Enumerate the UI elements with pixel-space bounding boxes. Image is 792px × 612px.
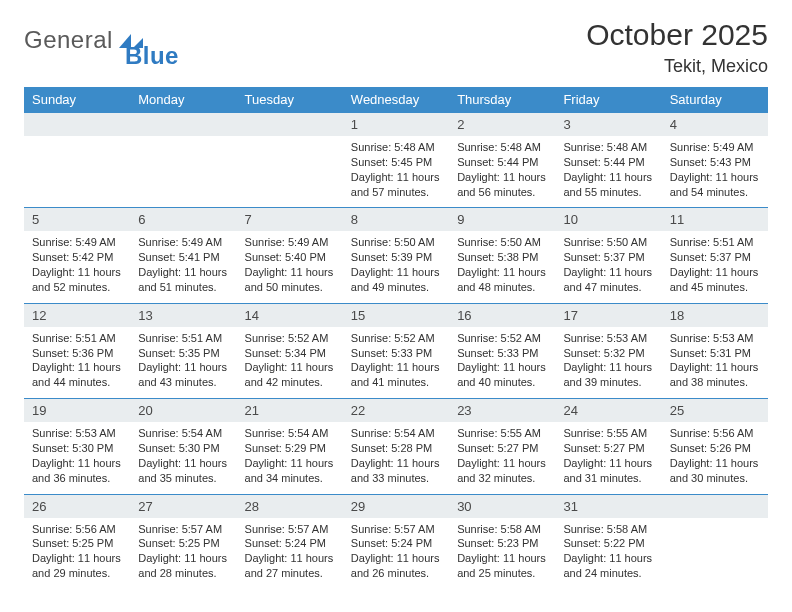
day-number: 21 [237,399,343,422]
location-label: Tekit, Mexico [586,56,768,77]
logo-word-blue: Blue [125,42,179,70]
calendar-empty-cell [662,494,768,589]
calendar-day-cell: 25Sunrise: 5:56 AMSunset: 5:26 PMDayligh… [662,399,768,494]
daylight-line: Daylight: 11 hours and 50 minutes. [245,265,335,295]
calendar-empty-cell [24,113,130,208]
day-details: Sunrise: 5:53 AMSunset: 5:31 PMDaylight:… [662,327,768,392]
dow-header: Sunday [24,87,130,113]
sunrise-line: Sunrise: 5:53 AM [32,426,122,441]
title-block: October 2025 Tekit, Mexico [586,18,768,77]
day-details: Sunrise: 5:48 AMSunset: 5:44 PMDaylight:… [449,136,555,201]
day-of-week-row: SundayMondayTuesdayWednesdayThursdayFrid… [24,87,768,113]
daylight-line: Daylight: 11 hours and 26 minutes. [351,551,441,581]
day-details: Sunrise: 5:51 AMSunset: 5:37 PMDaylight:… [662,231,768,296]
daylight-line: Daylight: 11 hours and 57 minutes. [351,170,441,200]
day-details: Sunrise: 5:52 AMSunset: 5:33 PMDaylight:… [343,327,449,392]
daylight-line: Daylight: 11 hours and 40 minutes. [457,360,547,390]
day-details: Sunrise: 5:57 AMSunset: 5:24 PMDaylight:… [237,518,343,583]
sunset-line: Sunset: 5:25 PM [32,536,122,551]
sunset-line: Sunset: 5:34 PM [245,346,335,361]
daylight-line: Daylight: 11 hours and 27 minutes. [245,551,335,581]
daylight-line: Daylight: 11 hours and 34 minutes. [245,456,335,486]
day-details: Sunrise: 5:55 AMSunset: 5:27 PMDaylight:… [449,422,555,487]
day-number-empty [237,113,343,136]
day-details: Sunrise: 5:49 AMSunset: 5:41 PMDaylight:… [130,231,236,296]
day-details: Sunrise: 5:54 AMSunset: 5:28 PMDaylight:… [343,422,449,487]
day-details: Sunrise: 5:49 AMSunset: 5:40 PMDaylight:… [237,231,343,296]
sunset-line: Sunset: 5:23 PM [457,536,547,551]
calendar-day-cell: 28Sunrise: 5:57 AMSunset: 5:24 PMDayligh… [237,494,343,589]
calendar-day-cell: 5Sunrise: 5:49 AMSunset: 5:42 PMDaylight… [24,208,130,303]
day-details: Sunrise: 5:54 AMSunset: 5:30 PMDaylight:… [130,422,236,487]
sunset-line: Sunset: 5:39 PM [351,250,441,265]
day-number: 5 [24,208,130,231]
day-number: 4 [662,113,768,136]
calendar-day-cell: 30Sunrise: 5:58 AMSunset: 5:23 PMDayligh… [449,494,555,589]
day-details: Sunrise: 5:56 AMSunset: 5:26 PMDaylight:… [662,422,768,487]
daylight-line: Daylight: 11 hours and 48 minutes. [457,265,547,295]
calendar-day-cell: 20Sunrise: 5:54 AMSunset: 5:30 PMDayligh… [130,399,236,494]
calendar-day-cell: 7Sunrise: 5:49 AMSunset: 5:40 PMDaylight… [237,208,343,303]
sunset-line: Sunset: 5:28 PM [351,441,441,456]
sunrise-line: Sunrise: 5:54 AM [245,426,335,441]
calendar-week-row: 5Sunrise: 5:49 AMSunset: 5:42 PMDaylight… [24,208,768,303]
calendar-day-cell: 15Sunrise: 5:52 AMSunset: 5:33 PMDayligh… [343,303,449,398]
day-number: 2 [449,113,555,136]
sunset-line: Sunset: 5:24 PM [351,536,441,551]
day-number: 24 [555,399,661,422]
day-number: 25 [662,399,768,422]
calendar-day-cell: 14Sunrise: 5:52 AMSunset: 5:34 PMDayligh… [237,303,343,398]
calendar-day-cell: 19Sunrise: 5:53 AMSunset: 5:30 PMDayligh… [24,399,130,494]
calendar-day-cell: 12Sunrise: 5:51 AMSunset: 5:36 PMDayligh… [24,303,130,398]
day-number: 19 [24,399,130,422]
sunset-line: Sunset: 5:45 PM [351,155,441,170]
day-number: 14 [237,304,343,327]
calendar-body: 1Sunrise: 5:48 AMSunset: 5:45 PMDaylight… [24,113,768,589]
dow-header: Friday [555,87,661,113]
sunrise-line: Sunrise: 5:57 AM [351,522,441,537]
sunset-line: Sunset: 5:38 PM [457,250,547,265]
daylight-line: Daylight: 11 hours and 41 minutes. [351,360,441,390]
daylight-line: Daylight: 11 hours and 51 minutes. [138,265,228,295]
day-number: 23 [449,399,555,422]
sunrise-line: Sunrise: 5:58 AM [563,522,653,537]
day-details: Sunrise: 5:57 AMSunset: 5:24 PMDaylight:… [343,518,449,583]
calendar-week-row: 26Sunrise: 5:56 AMSunset: 5:25 PMDayligh… [24,494,768,589]
daylight-line: Daylight: 11 hours and 54 minutes. [670,170,760,200]
calendar-day-cell: 23Sunrise: 5:55 AMSunset: 5:27 PMDayligh… [449,399,555,494]
day-details: Sunrise: 5:51 AMSunset: 5:36 PMDaylight:… [24,327,130,392]
day-details: Sunrise: 5:49 AMSunset: 5:43 PMDaylight:… [662,136,768,201]
sunset-line: Sunset: 5:37 PM [670,250,760,265]
day-number-empty [130,113,236,136]
day-number: 28 [237,495,343,518]
dow-header: Thursday [449,87,555,113]
day-details: Sunrise: 5:53 AMSunset: 5:30 PMDaylight:… [24,422,130,487]
day-details: Sunrise: 5:58 AMSunset: 5:22 PMDaylight:… [555,518,661,583]
sunset-line: Sunset: 5:41 PM [138,250,228,265]
sunrise-line: Sunrise: 5:51 AM [32,331,122,346]
day-number: 7 [237,208,343,231]
calendar-day-cell: 21Sunrise: 5:54 AMSunset: 5:29 PMDayligh… [237,399,343,494]
day-details: Sunrise: 5:49 AMSunset: 5:42 PMDaylight:… [24,231,130,296]
day-number: 10 [555,208,661,231]
daylight-line: Daylight: 11 hours and 30 minutes. [670,456,760,486]
day-number: 30 [449,495,555,518]
logo-word-general: General [24,26,113,54]
calendar-day-cell: 24Sunrise: 5:55 AMSunset: 5:27 PMDayligh… [555,399,661,494]
sunrise-line: Sunrise: 5:48 AM [351,140,441,155]
day-details: Sunrise: 5:55 AMSunset: 5:27 PMDaylight:… [555,422,661,487]
sunset-line: Sunset: 5:36 PM [32,346,122,361]
calendar-day-cell: 6Sunrise: 5:49 AMSunset: 5:41 PMDaylight… [130,208,236,303]
sunrise-line: Sunrise: 5:51 AM [670,235,760,250]
calendar-day-cell: 17Sunrise: 5:53 AMSunset: 5:32 PMDayligh… [555,303,661,398]
calendar-grid: SundayMondayTuesdayWednesdayThursdayFrid… [24,87,768,589]
sunrise-line: Sunrise: 5:48 AM [563,140,653,155]
sunset-line: Sunset: 5:30 PM [138,441,228,456]
daylight-line: Daylight: 11 hours and 45 minutes. [670,265,760,295]
sunrise-line: Sunrise: 5:52 AM [245,331,335,346]
day-number: 22 [343,399,449,422]
sunset-line: Sunset: 5:27 PM [457,441,547,456]
sunrise-line: Sunrise: 5:55 AM [563,426,653,441]
calendar-day-cell: 16Sunrise: 5:52 AMSunset: 5:33 PMDayligh… [449,303,555,398]
day-details: Sunrise: 5:48 AMSunset: 5:45 PMDaylight:… [343,136,449,201]
